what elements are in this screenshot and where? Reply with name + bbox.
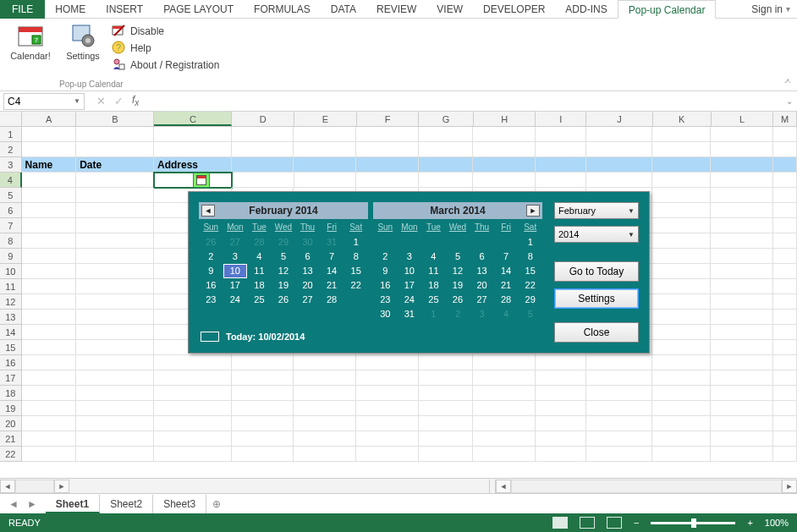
- cell-E3[interactable]: [294, 157, 356, 173]
- day-cell[interactable]: 1: [421, 307, 446, 321]
- cell-E1[interactable]: [294, 127, 356, 142]
- scroll-right-button-2[interactable]: ►: [782, 480, 797, 493]
- day-cell[interactable]: 12: [446, 264, 470, 278]
- cell-B4[interactable]: [76, 173, 154, 188]
- col-header-M[interactable]: M: [773, 112, 797, 126]
- cell-M2[interactable]: [773, 142, 797, 157]
- cell-E22[interactable]: [294, 447, 356, 462]
- day-cell[interactable]: 28: [320, 293, 344, 307]
- cell-M1[interactable]: [773, 127, 797, 142]
- cell-B20[interactable]: [76, 416, 154, 431]
- cell-F19[interactable]: [356, 401, 419, 416]
- cell-F3[interactable]: [356, 157, 419, 173]
- day-cell[interactable]: 31: [398, 307, 422, 321]
- prev-month-button[interactable]: ◄: [201, 205, 215, 217]
- cell-K2[interactable]: [652, 142, 711, 157]
- row-header-4[interactable]: 4: [0, 173, 22, 188]
- cell-C20[interactable]: [154, 416, 232, 431]
- cell-F20[interactable]: [356, 416, 419, 431]
- cell-L10[interactable]: [711, 264, 773, 279]
- day-cell[interactable]: 14: [494, 264, 519, 278]
- cell-H19[interactable]: [473, 401, 536, 416]
- day-cell[interactable]: 15: [344, 264, 368, 278]
- cell-C18[interactable]: [154, 386, 232, 401]
- cell-I2[interactable]: [536, 142, 586, 157]
- split-handle[interactable]: [489, 480, 496, 493]
- cell-L17[interactable]: [711, 370, 773, 386]
- scroll-right-button[interactable]: ►: [54, 480, 69, 493]
- cell-I21[interactable]: [536, 431, 586, 447]
- cell-K7[interactable]: [652, 218, 711, 233]
- zoom-in-icon[interactable]: +: [747, 518, 752, 528]
- cell-B21[interactable]: [76, 431, 154, 447]
- day-cell[interactable]: 23: [373, 293, 398, 307]
- cell-I4[interactable]: [536, 173, 586, 188]
- cell-G3[interactable]: [419, 157, 474, 173]
- cell-D2[interactable]: [232, 142, 294, 157]
- row-header-3[interactable]: 3: [0, 157, 22, 173]
- cell-C16[interactable]: [154, 355, 232, 370]
- add-sheet-button[interactable]: ⊕: [206, 498, 227, 510]
- cell-F2[interactable]: [356, 142, 419, 157]
- row-header-1[interactable]: 1: [0, 127, 22, 142]
- cell-K5[interactable]: [652, 188, 711, 203]
- cell-A2[interactable]: [22, 142, 77, 157]
- cell-B17[interactable]: [76, 370, 154, 386]
- day-cell[interactable]: 13: [295, 264, 320, 278]
- cell-M18[interactable]: [773, 386, 797, 401]
- tab-insert[interactable]: INSERT: [96, 0, 153, 19]
- day-cell[interactable]: 22: [518, 278, 542, 293]
- row-header-21[interactable]: 21: [0, 431, 22, 447]
- cell-K8[interactable]: [652, 233, 711, 249]
- day-cell[interactable]: 1: [518, 235, 542, 250]
- tab-view[interactable]: VIEW: [426, 0, 473, 19]
- day-cell[interactable]: 24: [223, 293, 248, 307]
- cell-J4[interactable]: [586, 173, 652, 188]
- cell-J16[interactable]: [586, 355, 652, 370]
- cell-L11[interactable]: [711, 279, 773, 294]
- cell-A21[interactable]: [22, 431, 77, 447]
- col-header-L[interactable]: L: [712, 112, 774, 126]
- cell-M16[interactable]: [773, 355, 797, 370]
- cell-A1[interactable]: [22, 127, 77, 142]
- cell-M10[interactable]: [773, 264, 797, 279]
- cell-J17[interactable]: [586, 370, 652, 386]
- cell-J2[interactable]: [586, 142, 652, 157]
- day-cell[interactable]: 3: [223, 250, 248, 264]
- row-header-18[interactable]: 18: [0, 386, 22, 401]
- day-cell[interactable]: 30: [295, 235, 320, 250]
- cell-J18[interactable]: [586, 386, 652, 401]
- cell-M6[interactable]: [773, 203, 797, 218]
- day-cell[interactable]: 27: [295, 293, 320, 307]
- cell-B14[interactable]: [76, 325, 154, 340]
- cell-H2[interactable]: [473, 142, 536, 157]
- cell-B3[interactable]: Date: [76, 157, 154, 173]
- cell-G16[interactable]: [419, 355, 474, 370]
- day-cell[interactable]: 27: [223, 235, 248, 250]
- cell-A4[interactable]: [22, 173, 77, 188]
- sheet-tab-sheet1[interactable]: Sheet1: [46, 495, 100, 513]
- col-header-A[interactable]: A: [22, 112, 76, 126]
- cell-C19[interactable]: [154, 401, 232, 416]
- cell-E16[interactable]: [294, 355, 356, 370]
- goto-today-button[interactable]: Go to Today: [554, 261, 639, 282]
- cell-K21[interactable]: [652, 431, 711, 447]
- worksheet-grid[interactable]: ABCDEFGHIJKLM 123NameDateAddress45678910…: [0, 112, 797, 478]
- about-button[interactable]: About / Registration: [112, 58, 219, 73]
- cell-L6[interactable]: [711, 203, 773, 218]
- cell-B13[interactable]: [76, 310, 154, 325]
- close-button[interactable]: Close: [554, 322, 639, 343]
- name-box[interactable]: C4 ▼: [3, 93, 85, 110]
- cell-E19[interactable]: [294, 401, 356, 416]
- cell-A7[interactable]: [22, 218, 77, 233]
- cell-M3[interactable]: [773, 157, 797, 173]
- cell-B6[interactable]: [76, 203, 154, 218]
- day-cell[interactable]: 15: [518, 264, 542, 278]
- cell-B8[interactable]: [76, 233, 154, 249]
- day-cell[interactable]: 10: [223, 264, 248, 278]
- day-cell[interactable]: 9: [373, 264, 398, 278]
- day-cell[interactable]: 7: [494, 250, 519, 264]
- cell-K10[interactable]: [652, 264, 711, 279]
- cell-A5[interactable]: [22, 188, 77, 203]
- cell-A20[interactable]: [22, 416, 77, 431]
